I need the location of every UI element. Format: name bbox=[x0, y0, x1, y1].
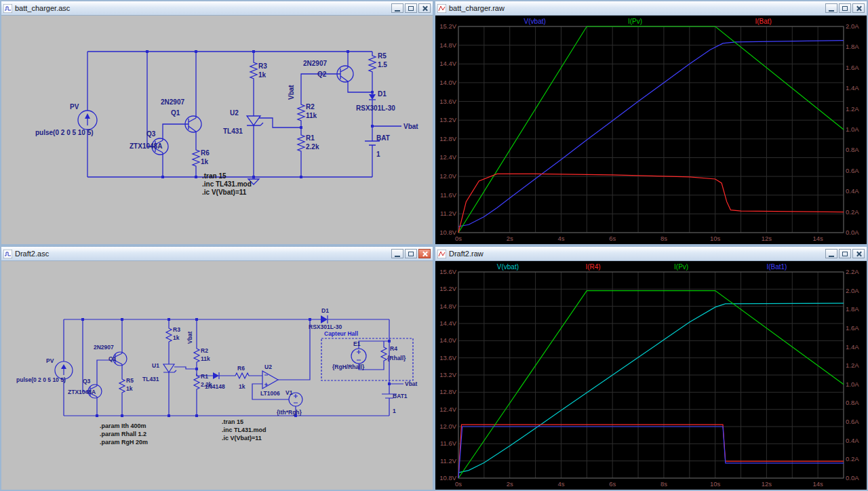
resistor-r3[interactable] bbox=[250, 60, 257, 81]
label-hall-title[interactable]: Capteur Hall bbox=[324, 330, 358, 337]
label-q2-type[interactable]: 2N2907 bbox=[303, 60, 327, 67]
label-r4-value[interactable]: {Rhall} bbox=[387, 355, 406, 361]
label-u1-value[interactable]: TL431 bbox=[142, 376, 159, 382]
titlebar[interactable]: batt_charger.asc bbox=[1, 1, 433, 16]
label-r6-value[interactable]: 1k bbox=[239, 383, 245, 390]
label-pv[interactable]: PV bbox=[46, 357, 54, 364]
resistor-r3[interactable] bbox=[166, 326, 172, 344]
trace-legend-i-r4-[interactable]: I(R4) bbox=[585, 263, 600, 271]
resistor-r2[interactable] bbox=[194, 347, 199, 364]
trace-legend-i-bat-[interactable]: I(Bat) bbox=[755, 18, 771, 25]
current-source-pv[interactable] bbox=[78, 111, 97, 130]
label-d1-value[interactable]: RSX301L-30 bbox=[356, 104, 395, 112]
label-r5[interactable]: R5 bbox=[126, 377, 134, 384]
close-button[interactable] bbox=[852, 249, 865, 258]
label-r2-value[interactable]: 11k bbox=[201, 355, 210, 362]
components[interactable] bbox=[78, 54, 380, 184]
label-d2-value[interactable]: 1N4148 bbox=[205, 383, 225, 390]
directive-ic[interactable]: .ic V(Vbat)=11 bbox=[222, 435, 262, 441]
label-u2[interactable]: U2 bbox=[264, 364, 272, 370]
label-u2[interactable]: U2 bbox=[230, 109, 239, 117]
label-pv[interactable]: PV bbox=[70, 103, 79, 111]
resistor-r1[interactable] bbox=[194, 374, 199, 391]
minimize-button[interactable] bbox=[391, 249, 403, 258]
resistor-r5[interactable] bbox=[119, 377, 125, 395]
label-pv-value[interactable]: pulse(0 2 0 5 10 5) bbox=[16, 376, 66, 383]
resistor-r4[interactable] bbox=[381, 345, 387, 363]
label-e1-value[interactable]: {RgH/Rhall} bbox=[332, 364, 365, 370]
label-r2-value[interactable]: 11k bbox=[306, 112, 317, 119]
schematic-canvas[interactable]: PV pulse(0 2 0 5 10 5) Q3 ZTX1048A 2N290… bbox=[1, 16, 433, 244]
directive-inc[interactable]: .inc TL431.mod bbox=[202, 180, 252, 188]
label-bat1-value[interactable]: 1 bbox=[393, 408, 396, 414]
waveform-pane[interactable]: 10.8V11.2V11.6V12.0V12.4V12.8V13.2V13.6V… bbox=[435, 261, 867, 490]
label-u2-value[interactable]: LT1006 bbox=[260, 390, 280, 397]
diode-d1[interactable] bbox=[369, 94, 376, 100]
label-bat-value[interactable]: 1 bbox=[376, 151, 380, 158]
param-rgh[interactable]: .param RgH 20m bbox=[100, 439, 148, 446]
label-r6[interactable]: R6 bbox=[201, 149, 210, 157]
label-r1-value[interactable]: 2.2k bbox=[306, 143, 319, 151]
waveform-pane[interactable]: 10.8V11.2V11.6V12.0V12.4V12.8V13.2V13.6V… bbox=[435, 16, 867, 244]
schematic-canvas[interactable]: PV pulse(0 2 0 5 10 5) Q3 ZTX1048A 2N290… bbox=[1, 261, 433, 490]
label-q1-type[interactable]: 2N2907 bbox=[161, 98, 184, 106]
label-q3[interactable]: Q3 bbox=[146, 130, 156, 138]
label-pv-value[interactable]: pulse(0 2 0 5 10 5) bbox=[35, 129, 94, 136]
label-e1[interactable]: E1 bbox=[353, 340, 361, 347]
close-button[interactable] bbox=[418, 249, 431, 258]
label-r3[interactable]: R3 bbox=[173, 326, 180, 333]
label-bat1[interactable]: BAT1 bbox=[393, 393, 408, 399]
diode-d1[interactable] bbox=[321, 315, 328, 323]
label-r1[interactable]: R1 bbox=[201, 373, 208, 380]
label-d1-value[interactable]: RSX301L-30 bbox=[309, 323, 342, 330]
label-r2[interactable]: R2 bbox=[201, 347, 208, 354]
label-q1-type[interactable]: 2N2907 bbox=[94, 344, 114, 351]
label-r5-value[interactable]: 1.5 bbox=[378, 61, 387, 68]
resistor-r6[interactable] bbox=[193, 148, 199, 168]
trace-legend-v-vbat-[interactable]: V(vbat) bbox=[497, 263, 519, 271]
label-u1[interactable]: U1 bbox=[152, 362, 159, 369]
restore-button[interactable] bbox=[405, 3, 417, 13]
label-r5[interactable]: R5 bbox=[378, 52, 387, 60]
label-vbat-net-right[interactable]: Vbat bbox=[403, 123, 418, 130]
resistor-r1[interactable] bbox=[298, 133, 304, 153]
label-d1[interactable]: D1 bbox=[378, 90, 387, 98]
opamp-u2[interactable] bbox=[262, 371, 278, 389]
label-q2[interactable]: Q2 bbox=[317, 71, 327, 78]
param-rhall[interactable]: .param Rhall 1.2 bbox=[100, 431, 146, 437]
label-q1[interactable]: Q1 bbox=[108, 355, 117, 362]
label-r3-value[interactable]: 1k bbox=[258, 71, 267, 79]
restore-button[interactable] bbox=[405, 249, 417, 258]
directive-inc[interactable]: .inc TL431.mod bbox=[222, 427, 267, 433]
label-q1[interactable]: Q1 bbox=[171, 109, 180, 117]
wires[interactable] bbox=[87, 52, 401, 177]
label-q3-value[interactable]: ZTX1048A bbox=[130, 142, 162, 150]
trace-legend-i-bat1-[interactable]: I(Bat1) bbox=[766, 263, 787, 271]
minimize-button[interactable] bbox=[391, 3, 403, 13]
tl431-u2[interactable] bbox=[247, 116, 263, 125]
label-vbat-net-mid[interactable]: Vbat bbox=[288, 85, 295, 100]
trace-legend-v-vbat-[interactable]: V(vbat) bbox=[524, 18, 546, 25]
trace-legend-i-pv-[interactable]: I(Pv) bbox=[674, 263, 688, 271]
restore-button[interactable] bbox=[839, 249, 851, 258]
trace-legend-i-pv-[interactable]: I(Pv) bbox=[628, 18, 642, 25]
close-button[interactable] bbox=[852, 3, 865, 13]
label-bat[interactable]: BAT bbox=[376, 134, 390, 142]
diode-d2[interactable] bbox=[213, 372, 219, 379]
label-vbat-net-right[interactable]: Vbat bbox=[405, 380, 418, 387]
label-r3[interactable]: R3 bbox=[258, 62, 267, 70]
tl431-u1[interactable] bbox=[163, 364, 176, 372]
dependent-source-e1[interactable] bbox=[351, 349, 366, 364]
label-v1[interactable]: V1 bbox=[285, 389, 293, 396]
resistor-r2[interactable] bbox=[298, 102, 304, 123]
minimize-button[interactable] bbox=[825, 249, 837, 258]
label-q3[interactable]: Q3 bbox=[83, 378, 91, 385]
label-r1[interactable]: R1 bbox=[306, 134, 315, 142]
minimize-button[interactable] bbox=[825, 3, 837, 13]
resistor-r6[interactable] bbox=[233, 373, 251, 378]
label-d1[interactable]: D1 bbox=[321, 307, 329, 314]
param-ith[interactable]: .param Ith 400m bbox=[100, 423, 146, 429]
close-button[interactable] bbox=[418, 3, 431, 13]
label-u2-value[interactable]: TL431 bbox=[223, 127, 243, 135]
label-r2[interactable]: R2 bbox=[306, 103, 315, 111]
